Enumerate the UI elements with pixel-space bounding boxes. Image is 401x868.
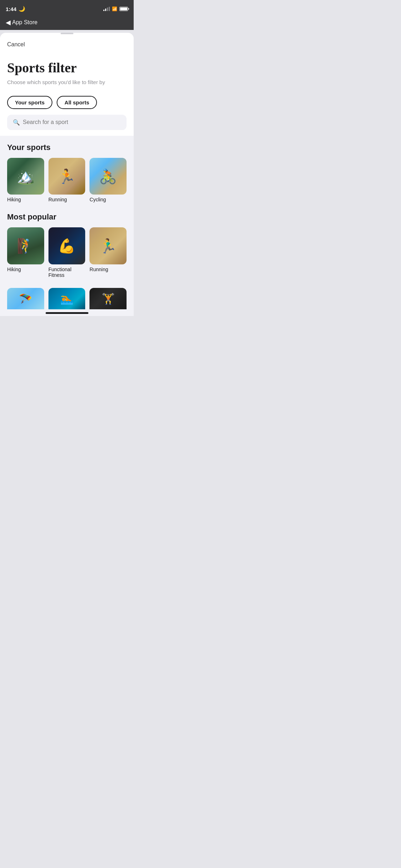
your-sports-grid: Hiking Running Cycling	[7, 158, 127, 203]
gym-image	[89, 288, 127, 309]
hiking-popular-image	[7, 227, 44, 264]
all-sports-tab[interactable]: All sports	[57, 96, 97, 109]
running-image	[48, 158, 86, 195]
running-popular-image	[89, 227, 127, 264]
hiking-popular-label: Hiking	[7, 267, 44, 272]
battery-icon	[119, 7, 128, 11]
signal-bar-4	[109, 7, 110, 11]
partial-sports-grid	[7, 288, 127, 309]
status-right: 📶	[103, 6, 128, 11]
battery-fill	[120, 7, 127, 10]
running-label: Running	[48, 197, 86, 202]
modal-sheet: Cancel Sports filter Choose which sports…	[0, 33, 134, 316]
cancel-button[interactable]: Cancel	[7, 40, 25, 49]
running-popular-label: Running	[89, 267, 127, 272]
sport-card-pool[interactable]	[48, 288, 86, 309]
sport-card-sky[interactable]	[7, 288, 44, 309]
sport-card-cycling[interactable]: Cycling	[89, 158, 127, 203]
search-icon: 🔍	[13, 119, 20, 126]
signal-icon	[103, 7, 110, 11]
search-section: 🔍	[0, 115, 134, 136]
status-left: 1:44 🌙	[6, 6, 25, 12]
back-button[interactable]: ◀ App Store	[6, 19, 37, 26]
sport-card-hiking[interactable]: Hiking	[7, 158, 44, 203]
toggle-section: Your sports All sports	[0, 89, 134, 115]
pool-image	[48, 288, 86, 309]
sport-card-functional-fitness[interactable]: Functional Fitness	[48, 227, 86, 278]
home-indicator-area	[7, 309, 127, 316]
sheet-subtitle: Choose which sports you'd like to filter…	[7, 78, 127, 86]
cycling-label: Cycling	[89, 197, 127, 202]
sport-card-hiking-popular[interactable]: Hiking	[7, 227, 44, 278]
sport-card-gym[interactable]	[89, 288, 127, 309]
title-section: Sports filter Choose which sports you'd …	[0, 52, 134, 89]
cycling-image	[89, 158, 127, 195]
sport-card-running[interactable]: Running	[48, 158, 86, 203]
search-container: 🔍	[7, 115, 127, 130]
most-popular-grid: Hiking Functional Fitness Running	[7, 227, 127, 278]
sheet-title: Sports filter	[7, 61, 127, 76]
functional-fitness-image	[48, 227, 86, 264]
sheet-header: Cancel	[0, 34, 134, 52]
functional-fitness-label: Functional Fitness	[48, 267, 86, 278]
signal-bar-1	[103, 10, 104, 11]
hiking-image	[7, 158, 44, 195]
sport-card-running-popular[interactable]: Running	[89, 227, 127, 278]
search-input[interactable]	[23, 119, 121, 125]
time-display: 1:44	[6, 6, 16, 12]
sky-image	[7, 288, 44, 309]
hiking-label: Hiking	[7, 197, 44, 202]
your-sports-section-title: Your sports	[7, 143, 127, 152]
most-popular-section-title: Most popular	[7, 212, 127, 222]
signal-bar-3	[107, 7, 108, 11]
status-bar: 1:44 🌙 📶	[0, 0, 134, 16]
your-sports-tab[interactable]: Your sports	[7, 96, 52, 109]
signal-bar-2	[105, 9, 106, 11]
back-arrow-icon: ◀	[6, 19, 11, 26]
moon-icon: 🌙	[19, 6, 25, 12]
nav-back-label: App Store	[12, 19, 37, 26]
home-indicator-bar	[46, 312, 88, 314]
content-area: Your sports Hiking Running Cycling Most …	[0, 136, 134, 316]
nav-bar: ◀ App Store	[0, 16, 134, 30]
wifi-icon: 📶	[112, 6, 117, 11]
